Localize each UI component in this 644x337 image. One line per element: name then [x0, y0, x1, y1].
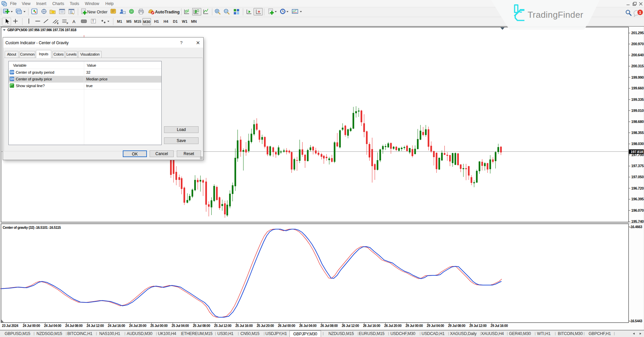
svg-text:24 Jul 04:00: 24 Jul 04:00	[44, 324, 61, 328]
svg-text:26 Jul 00:00: 26 Jul 00:00	[278, 324, 296, 328]
svg-text:200.970: 200.970	[631, 42, 644, 46]
svg-text:25 Jul 16:00: 25 Jul 16:00	[235, 324, 253, 328]
svg-text:29 Jul 00:00: 29 Jul 00:00	[406, 324, 423, 328]
svg-text:GBPJPY,M30 197.956 197.986 19: GBPJPY,M30 197.956 197.986 197.726 197.8…	[7, 28, 76, 32]
svg-text:197.050: 197.050	[631, 175, 644, 179]
svg-text:-16.5443: -16.5443	[630, 319, 642, 323]
svg-text:24 Jul 20:00: 24 Jul 20:00	[129, 324, 147, 328]
svg-text:199.010: 199.010	[631, 109, 644, 113]
svg-text:24 Jul 08:00: 24 Jul 08:00	[65, 324, 83, 328]
svg-text:200.640: 200.640	[631, 53, 644, 57]
svg-text:200.315: 200.315	[631, 64, 644, 68]
svg-text:195.740: 195.740	[631, 219, 644, 223]
svg-text:29 Jul 12:00: 29 Jul 12:00	[469, 324, 487, 328]
svg-text:29 Jul 08:00: 29 Jul 08:00	[448, 324, 466, 328]
svg-text:198.680: 198.680	[631, 120, 644, 124]
svg-text:24 Jul 12:00: 24 Jul 12:00	[87, 324, 104, 328]
svg-text:196.070: 196.070	[631, 208, 644, 212]
svg-text:25 Jul 04:00: 25 Jul 04:00	[172, 324, 189, 328]
svg-text:1: 1	[639, 10, 641, 14]
svg-text:25 Jul 00:00: 25 Jul 00:00	[150, 324, 168, 328]
svg-text:26 Jul 08:00: 26 Jul 08:00	[320, 324, 338, 328]
svg-text:25 Jul 20:00: 25 Jul 20:00	[257, 324, 274, 328]
svg-text:196.395: 196.395	[631, 197, 644, 201]
svg-text:26 Jul 16:00: 26 Jul 16:00	[363, 324, 380, 328]
svg-text:199.335: 199.335	[631, 97, 644, 102]
svg-text:26 Jul 12:00: 26 Jul 12:00	[342, 324, 359, 328]
svg-text:29 Jul 16:00: 29 Jul 16:00	[491, 324, 508, 328]
svg-text:26 Jul 20:00: 26 Jul 20:00	[384, 324, 402, 328]
svg-text:196.720: 196.720	[631, 186, 644, 190]
svg-text:198.355: 198.355	[631, 131, 644, 135]
svg-text:25 Jul 12:00: 25 Jul 12:00	[214, 324, 231, 328]
svg-text:29 Jul 04:00: 29 Jul 04:00	[427, 324, 444, 328]
svg-text:197.818: 197.818	[631, 150, 643, 154]
svg-text:Center of gravity (32) -16.510: Center of gravity (32) -16.5101 -16.5115	[3, 225, 61, 229]
svg-text:24 Jul 16:00: 24 Jul 16:00	[108, 324, 125, 328]
svg-text:199.990: 199.990	[631, 75, 644, 79]
svg-text:199.660: 199.660	[631, 86, 644, 90]
svg-text:201.295: 201.295	[631, 31, 644, 35]
svg-text:-16.4663: -16.4663	[630, 225, 642, 229]
svg-text:197.375: 197.375	[631, 164, 644, 168]
svg-text:24 Jul 00:00: 24 Jul 00:00	[23, 324, 40, 328]
svg-text:23 Jul 2024: 23 Jul 2024	[2, 324, 18, 328]
svg-text:198.030: 198.030	[631, 142, 644, 146]
svg-text:26 Jul 04:00: 26 Jul 04:00	[299, 324, 317, 328]
svg-text:25 Jul 08:00: 25 Jul 08:00	[193, 324, 210, 328]
